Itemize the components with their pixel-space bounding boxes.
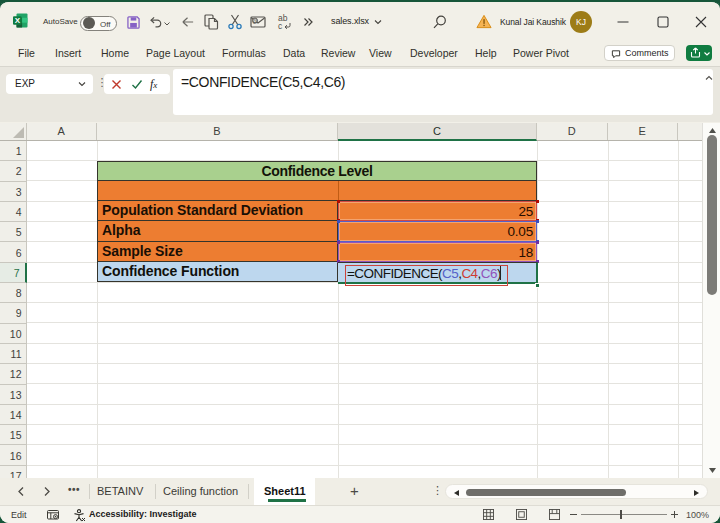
svg-text:@: @ (252, 18, 258, 24)
svg-text:X: X (15, 16, 21, 25)
